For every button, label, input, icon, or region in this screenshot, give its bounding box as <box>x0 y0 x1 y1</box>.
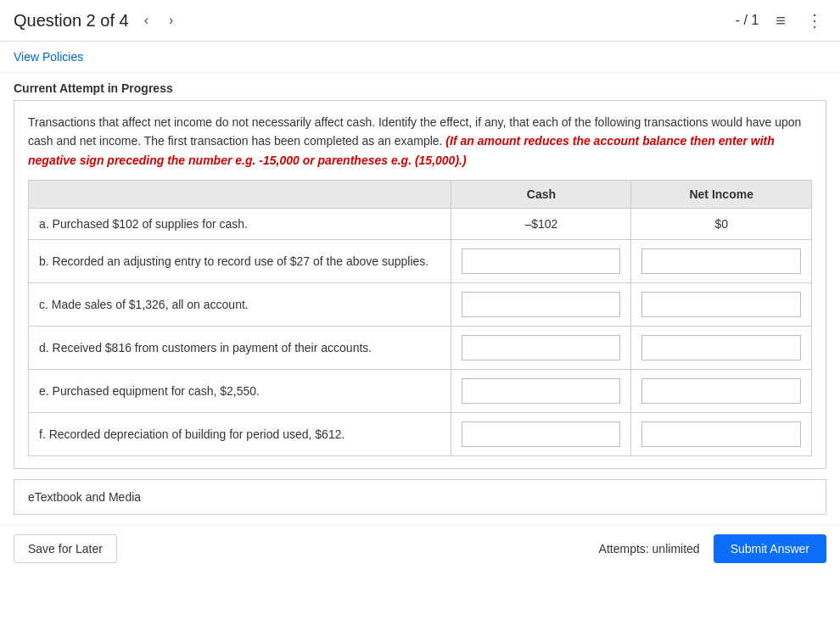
row-f-net-income-cell[interactable] <box>631 413 812 456</box>
row-c-cash-cell[interactable] <box>451 283 631 327</box>
view-policies-bar: View Policies <box>0 42 840 73</box>
footer-right: Attempts: unlimited Submit Answer <box>599 534 826 563</box>
row-f-description: f. Recorded depreciation of building for… <box>29 413 451 456</box>
save-for-later-button[interactable]: Save for Later <box>14 534 117 563</box>
current-attempt-label: Current Attempt in Progress <box>0 73 840 100</box>
question-text: Transactions that affect net income do n… <box>28 113 812 170</box>
row-f-net-income-input[interactable] <box>641 422 801 447</box>
more-options-button[interactable]: ⋮ <box>803 7 826 34</box>
score-label: - / 1 <box>736 13 759 28</box>
row-e-net-income-input[interactable] <box>641 378 801 404</box>
row-e-description: e. Purchased equipment for cash, $2,550. <box>29 370 451 413</box>
row-f-cash-cell[interactable] <box>451 413 631 456</box>
row-a-net-income-value: $0 <box>714 217 728 231</box>
row-d-cash-input[interactable] <box>462 335 620 360</box>
submit-answer-button[interactable]: Submit Answer <box>714 534 826 563</box>
col-net-income-header: Net Income <box>631 181 812 209</box>
row-a-cash-value: –$102 <box>524 217 557 231</box>
row-c-description: c. Made sales of $1,326, all on account. <box>29 283 451 327</box>
row-b-cash-cell[interactable] <box>451 240 631 283</box>
col-cash-header: Cash <box>451 181 631 209</box>
row-e-cash-input[interactable] <box>462 378 620 404</box>
table-row: c. Made sales of $1,326, all on account. <box>29 283 812 327</box>
more-icon: ⋮ <box>806 11 823 30</box>
table-row: f. Recorded depreciation of building for… <box>29 413 812 456</box>
transactions-table: Cash Net Income a. Purchased $102 of sup… <box>28 180 812 456</box>
row-b-net-income-input[interactable] <box>641 248 801 274</box>
etextbook-bar: eTextbook and Media <box>14 479 826 515</box>
row-e-cash-cell[interactable] <box>451 370 631 413</box>
row-a-description: a. Purchased $102 of supplies for cash. <box>29 209 451 240</box>
view-policies-link[interactable]: View Policies <box>14 50 83 64</box>
row-d-description: d. Received $816 from customers in payme… <box>29 327 451 370</box>
attempts-label: Attempts: unlimited <box>599 542 700 556</box>
row-a-cash-cell: –$102 <box>451 209 631 240</box>
next-button[interactable]: › <box>164 9 178 31</box>
row-b-description: b. Recorded an adjusting entry to record… <box>29 240 451 283</box>
table-row: e. Purchased equipment for cash, $2,550. <box>29 370 812 413</box>
row-c-net-income-cell[interactable] <box>631 283 812 327</box>
etextbook-label: eTextbook and Media <box>28 490 141 504</box>
row-f-cash-input[interactable] <box>462 422 620 447</box>
list-icon: ≡ <box>776 11 786 30</box>
table-row: d. Received $816 from customers in payme… <box>29 327 812 370</box>
prev-button[interactable]: ‹ <box>139 9 154 31</box>
table-row: b. Recorded an adjusting entry to record… <box>29 240 812 283</box>
header-right: - / 1 ≡ ⋮ <box>736 7 826 34</box>
row-d-cash-cell[interactable] <box>451 327 631 370</box>
header-left: Question 2 of 4 ‹ › <box>14 9 178 31</box>
col-description-header <box>29 181 451 209</box>
row-b-cash-input[interactable] <box>462 248 620 274</box>
footer: Save for Later Attempts: unlimited Submi… <box>0 525 840 572</box>
row-a-net-income-cell: $0 <box>631 209 812 240</box>
row-c-cash-input[interactable] <box>462 292 620 317</box>
row-d-net-income-cell[interactable] <box>631 327 812 370</box>
question-label: Question 2 of 4 <box>14 11 129 31</box>
list-icon-button[interactable]: ≡ <box>772 8 789 34</box>
row-d-net-income-input[interactable] <box>641 335 801 360</box>
header: Question 2 of 4 ‹ › - / 1 ≡ ⋮ <box>0 0 840 42</box>
row-b-net-income-cell[interactable] <box>631 240 812 283</box>
row-c-net-income-input[interactable] <box>641 292 801 317</box>
row-e-net-income-cell[interactable] <box>631 370 812 413</box>
question-body: Transactions that affect net income do n… <box>14 100 826 469</box>
table-row: a. Purchased $102 of supplies for cash.–… <box>29 209 812 240</box>
